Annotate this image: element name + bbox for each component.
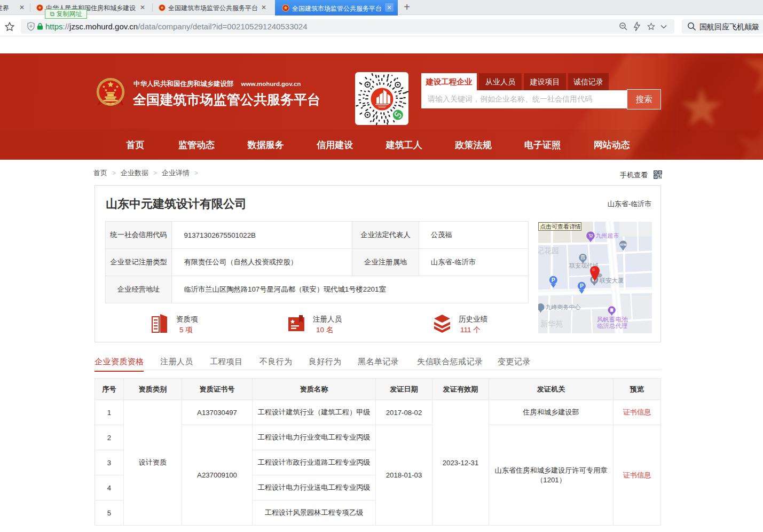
svg-text:九州超市: 九州超市 [596,232,619,239]
svg-text:临沂总代理: 临沂总代理 [597,323,628,329]
svg-text:P: P [580,283,584,289]
svg-text:P: P [552,277,555,283]
svg-text:新华苑: 新华苑 [540,319,563,328]
svg-text:记花园: 记花园 [538,246,559,255]
svg-text:联安大厦: 联安大厦 [600,277,624,284]
svg-text:ATM: ATM [620,243,627,246]
svg-text:风帆蓄电池: 风帆蓄电池 [597,316,628,323]
svg-text:九峰商务中心: 九峰商务中心 [546,304,581,310]
svg-text:点击可查看详情: 点击可查看详情 [540,223,581,230]
